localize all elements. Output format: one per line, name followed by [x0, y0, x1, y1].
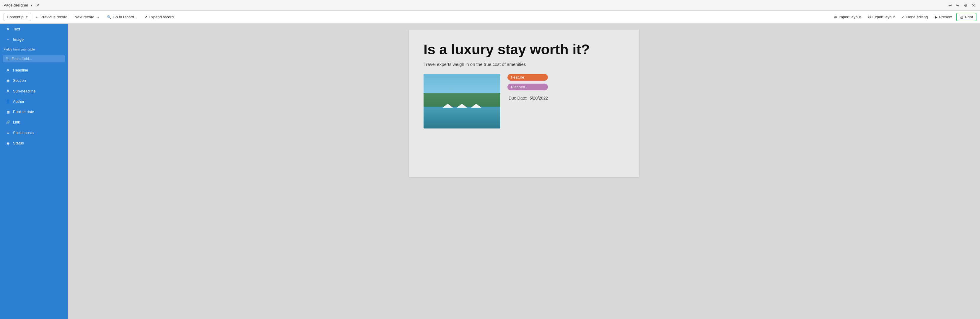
- next-record-label: Next record: [75, 15, 94, 19]
- feature-badge: Feature: [508, 74, 548, 81]
- present-button[interactable]: ▶ Present: [932, 13, 955, 21]
- link-icon: 🔗: [5, 120, 11, 124]
- page-subheadline: Travel experts weigh in on the true cost…: [423, 62, 624, 67]
- title-bar: Page designer ▾ ↗ ↩ ↪ ⚙ ✕: [0, 0, 980, 11]
- sidebar-item-sub-headline[interactable]: A Sub-headline: [2, 86, 66, 96]
- external-link-icon[interactable]: ↗: [36, 3, 39, 7]
- headline-icon: A: [5, 68, 11, 72]
- next-arrow-icon: →: [96, 15, 100, 19]
- content-picker-button[interactable]: Content pi ▾: [3, 13, 31, 21]
- app-title: Page designer: [3, 3, 29, 7]
- redo-button[interactable]: ↪: [955, 2, 961, 8]
- prev-record-label: Previous record: [40, 15, 67, 19]
- sidebar-item-text[interactable]: A Text: [2, 24, 66, 34]
- print-button[interactable]: 🖨 Print: [956, 13, 977, 21]
- go-to-record-label: Go to record...: [113, 15, 137, 19]
- sidebar-item-status[interactable]: ◉ Status: [2, 138, 66, 148]
- next-record-button[interactable]: Next record →: [72, 13, 102, 21]
- sidebar-item-label-status: Status: [13, 141, 24, 145]
- sidebar-item-publish-date[interactable]: ▦ Publish date: [2, 107, 66, 116]
- page-image: [423, 74, 500, 129]
- import-layout-label: Import layout: [838, 15, 861, 19]
- toolbar: Content pi ▾ ← Previous record Next reco…: [0, 11, 980, 24]
- undo-button[interactable]: ↩: [947, 2, 953, 8]
- app-container: Content pi ▾ ← Previous record Next reco…: [0, 11, 980, 319]
- social-posts-icon: ≡: [5, 130, 11, 135]
- search-input-wrap: 🔍: [3, 55, 65, 62]
- author-icon: 👤: [5, 99, 11, 104]
- expand-record-button[interactable]: ↗ Expand record: [142, 13, 177, 21]
- sidebar-item-headline[interactable]: A Headline: [2, 65, 66, 75]
- sidebar-item-section[interactable]: ◉ Section: [2, 76, 66, 85]
- page-body-row: Feature Planned Due Date: 5/20/2022: [423, 74, 624, 129]
- sidebar-item-label-image: Image: [13, 37, 24, 41]
- due-date: Due Date: 5/20/2022: [508, 96, 548, 100]
- content-picker-chevron: ▾: [26, 15, 28, 19]
- play-icon: ▶: [935, 15, 937, 19]
- sidebar-item-label-section: Section: [13, 78, 26, 83]
- done-editing-button[interactable]: ✓ Done editing: [899, 13, 931, 21]
- fields-section-label: Fields from your table: [0, 45, 68, 53]
- image-water: [423, 107, 500, 129]
- checkmark-icon: ✓: [902, 15, 905, 19]
- text-field-icon: A: [5, 27, 11, 31]
- status-icon: ◉: [5, 141, 11, 145]
- search-icon: 🔍: [107, 15, 111, 19]
- export-layout-button[interactable]: ⊙ Export layout: [865, 13, 898, 21]
- sidebar-item-label-author: Author: [13, 99, 24, 104]
- main-area: A Text ▪ Image Fields from your table 🔍 …: [0, 24, 980, 319]
- sidebar-item-link[interactable]: 🔗 Link: [2, 117, 66, 127]
- sidebar-item-label-link: Link: [13, 120, 20, 124]
- present-label: Present: [939, 15, 952, 19]
- window-controls: ↩ ↪ ⚙ ✕: [947, 2, 977, 8]
- umbrella-2: [457, 104, 467, 108]
- sidebar-item-label-publish-date: Publish date: [13, 110, 34, 114]
- export-layout-label: Export layout: [872, 15, 895, 19]
- prev-record-button[interactable]: ← Previous record: [32, 13, 70, 21]
- search-field-icon: 🔍: [5, 57, 10, 61]
- planned-badge: Planned: [508, 84, 548, 90]
- settings-button[interactable]: ⚙: [963, 2, 969, 8]
- printer-icon: 🖨: [960, 15, 964, 19]
- publish-date-icon: ▦: [5, 110, 11, 114]
- sidebar-item-social-posts[interactable]: ≡ Social posts: [2, 128, 66, 138]
- sidebar-item-author[interactable]: 👤 Author: [2, 97, 66, 106]
- sidebar-item-image[interactable]: ▪ Image: [2, 35, 66, 44]
- due-date-label: Due Date:: [509, 96, 527, 100]
- sidebar-item-label-sub-headline: Sub-headline: [13, 89, 36, 93]
- sidebar-item-label-headline: Headline: [13, 68, 28, 72]
- find-field-input[interactable]: [11, 57, 63, 61]
- expand-record-label: Expand record: [149, 15, 174, 19]
- page-meta: Feature Planned Due Date: 5/20/2022: [508, 74, 548, 100]
- search-container: 🔍: [0, 53, 68, 65]
- page-canvas: Is a luxury stay worth it? Travel expert…: [409, 30, 639, 177]
- toolbar-right: ⊕ Import layout ⊙ Export layout ✓ Done e…: [831, 13, 977, 21]
- due-date-value: 5/20/2022: [530, 96, 548, 100]
- page-headline: Is a luxury stay worth it?: [423, 41, 624, 57]
- content-area: Is a luxury stay worth it? Travel expert…: [68, 24, 980, 319]
- content-picker-label: Content pi: [7, 15, 24, 19]
- close-button[interactable]: ✕: [970, 2, 977, 8]
- image-field-icon: ▪: [5, 38, 11, 41]
- export-icon: ⊙: [868, 15, 871, 19]
- section-icon: ◉: [5, 78, 11, 83]
- sidebar: A Text ▪ Image Fields from your table 🔍 …: [0, 24, 68, 319]
- done-editing-label: Done editing: [906, 15, 928, 19]
- image-umbrellas: [423, 97, 500, 108]
- title-dropdown-icon[interactable]: ▾: [31, 3, 32, 7]
- import-icon: ⊕: [834, 15, 837, 19]
- sub-headline-icon: A: [5, 89, 11, 93]
- import-layout-button[interactable]: ⊕ Import layout: [831, 13, 864, 21]
- sidebar-item-label-social-posts: Social posts: [13, 131, 34, 135]
- umbrella-3: [471, 104, 481, 108]
- umbrella-1: [442, 104, 453, 108]
- prev-arrow-icon: ←: [35, 15, 39, 19]
- go-to-record-button[interactable]: 🔍 Go to record...: [104, 13, 140, 21]
- expand-icon: ↗: [145, 15, 147, 19]
- print-label: Print: [965, 15, 973, 19]
- sidebar-item-label-text: Text: [13, 27, 20, 31]
